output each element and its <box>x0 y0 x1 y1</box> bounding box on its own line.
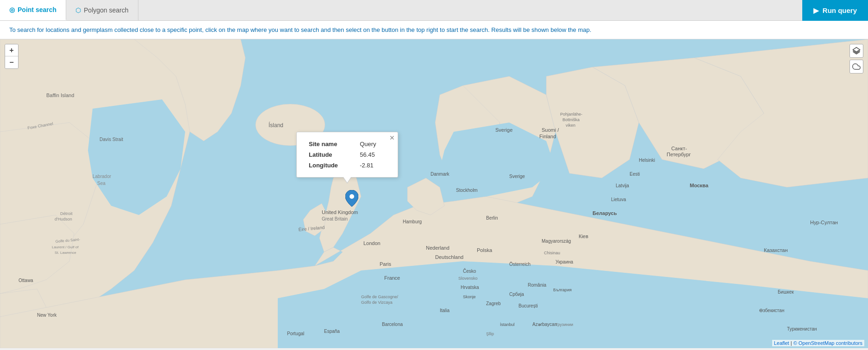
layer-controls <box>849 44 863 74</box>
tab-polygon-search[interactable]: ⬡ Polygon search <box>66 0 138 20</box>
svg-text:Казахстан: Казахстан <box>764 247 788 253</box>
svg-text:Украина: Украина <box>556 259 574 264</box>
info-bar: To search for locations and germplasm co… <box>0 21 868 39</box>
popup-arrow <box>343 177 351 183</box>
popup-longitude-row: Longitude -2.81 <box>305 160 389 171</box>
map-background: Baffin Island Davis Strait Foxe Channel … <box>0 39 868 348</box>
svg-text:Barcelona: Barcelona <box>382 322 403 327</box>
svg-text:New York: New York <box>37 313 57 318</box>
svg-text:Бишкек: Бишкек <box>778 289 794 295</box>
svg-text:Србиja: Србиja <box>509 292 524 297</box>
svg-text:Berlin: Berlin <box>486 215 498 221</box>
svg-text:Laurent / Gulf of: Laurent / Gulf of <box>52 245 79 249</box>
svg-text:España: España <box>324 329 340 334</box>
svg-text:Stockholm: Stockholm <box>456 188 478 193</box>
svg-text:Nederland: Nederland <box>426 245 450 251</box>
svg-text:Туркменистан: Туркменистан <box>787 326 817 332</box>
popup-site-name-row: Site name Query <box>305 139 389 149</box>
svg-text:Labrador: Labrador <box>93 174 112 179</box>
svg-text:Latvija: Latvija <box>616 183 629 188</box>
svg-text:Нур-Султан: Нур-Султан <box>810 220 838 225</box>
run-query-label: Run query <box>823 6 857 14</box>
zoom-in-button[interactable]: + <box>5 44 18 56</box>
osm-link[interactable]: © OpenStreetMap contributors <box>793 340 862 346</box>
popup-latitude-row: Latitude 56.45 <box>305 149 389 160</box>
svg-text:Skonje: Skonje <box>463 295 476 299</box>
svg-text:Кіев: Кіев <box>579 233 588 239</box>
svg-text:Baffin Island: Baffin Island <box>46 92 74 98</box>
attribution: Leaflet | © OpenStreetMap contributors <box>772 340 864 346</box>
svg-text:Great Britain: Great Britain <box>322 216 348 221</box>
svg-text:Chisinau: Chisinau <box>544 251 560 255</box>
svg-text:Polska: Polska <box>477 247 493 253</box>
svg-text:București: București <box>518 303 538 308</box>
tab-polygon-search-label: Polygon search <box>84 6 129 14</box>
svg-text:Portugal: Portugal <box>287 331 304 336</box>
svg-text:İstanbul: İstanbul <box>500 322 515 327</box>
popup-latitude-label: Latitude <box>305 149 356 160</box>
svg-text:Pohjanlähe-: Pohjanlähe- <box>560 112 582 117</box>
popup-site-name-value: Query <box>356 139 389 149</box>
svg-text:Finland: Finland <box>539 134 556 139</box>
svg-text:Suomi /: Suomi / <box>542 127 559 133</box>
svg-text:Sverige: Sverige <box>495 127 512 133</box>
svg-text:Ottawa: Ottawa <box>19 278 33 283</box>
svg-point-90 <box>350 194 354 199</box>
svg-text:Lietuvа: Lietuvа <box>611 197 626 202</box>
svg-text:Deutschland: Deutschland <box>435 254 463 260</box>
svg-text:Danmark: Danmark <box>431 172 450 177</box>
map-container[interactable]: Baffin Island Davis Strait Foxe Channel … <box>0 39 868 348</box>
popup-longitude-value: -2.81 <box>356 160 389 171</box>
svg-text:Azərbaycan: Azərbaycan <box>532 322 557 327</box>
zoom-out-button[interactable]: − <box>5 56 18 68</box>
svg-text:Москва: Москва <box>690 183 709 188</box>
svg-text:Hrvatska: Hrvatska <box>461 285 479 290</box>
layers-button[interactable] <box>849 44 863 58</box>
tab-point-search-label: Point search <box>18 6 56 13</box>
map-popup: ✕ Site name Query Latitude 56.45 Longitu… <box>296 132 398 178</box>
svg-text:viken: viken <box>566 123 575 128</box>
svg-text:България: България <box>553 288 572 292</box>
svg-text:London: London <box>363 240 381 246</box>
svg-text:Şllip: Şllip <box>486 332 494 336</box>
svg-text:Détroit: Détroit <box>60 211 73 216</box>
svg-text:Österreich: Österreich <box>509 262 531 267</box>
map-pin[interactable] <box>345 190 358 209</box>
svg-text:Helsinki: Helsinki <box>639 158 655 163</box>
svg-text:Ísland: Ísland <box>269 122 283 129</box>
svg-text:Беларусь: Беларусь <box>593 210 617 216</box>
svg-text:Bottniška: Bottniška <box>562 117 580 122</box>
svg-text:România: România <box>528 282 546 288</box>
svg-text:Davis Strait: Davis Strait <box>100 137 123 142</box>
popup-longitude-label: Longitude <box>305 160 356 171</box>
polygon-search-icon: ⬡ <box>75 6 81 14</box>
popup-site-name-label: Site name <box>305 139 356 149</box>
svg-text:Hamburg: Hamburg <box>403 219 422 224</box>
cloud-button[interactable] <box>849 60 863 74</box>
svg-text:Eesti: Eesti <box>630 172 640 177</box>
svg-text:France: France <box>384 275 400 281</box>
svg-text:Česko: Česko <box>463 268 476 274</box>
tab-bar: ◎ Point search ⬡ Polygon search ▶ Run qu… <box>0 0 868 21</box>
svg-text:Sverige: Sverige <box>509 174 525 179</box>
svg-text:St. Lawrence: St. Lawrence <box>55 251 76 255</box>
leaflet-link[interactable]: Leaflet <box>774 340 789 346</box>
svg-text:Golfe de Gascogne/: Golfe de Gascogne/ <box>361 295 399 299</box>
run-query-button[interactable]: ▶ Run query <box>802 0 868 21</box>
svg-text:Magyarország: Magyarország <box>542 239 571 244</box>
svg-text:Italia: Italia <box>440 308 450 313</box>
svg-text:Санкт-: Санкт- <box>671 146 687 151</box>
svg-text:d'Hudson: d'Hudson <box>55 217 72 221</box>
svg-text:Өзбекистан: Өзбекистан <box>759 308 784 313</box>
popup-close-button[interactable]: ✕ <box>389 134 395 141</box>
svg-text:Грузинии: Грузинии <box>556 322 573 327</box>
run-query-icon: ▶ <box>813 6 819 15</box>
zoom-controls: + − <box>5 44 19 69</box>
svg-text:United Kingdom: United Kingdom <box>322 209 358 215</box>
info-text: To search for locations and germplasm co… <box>9 26 591 33</box>
svg-text:Paris: Paris <box>380 261 392 267</box>
svg-text:Sea: Sea <box>97 181 106 186</box>
popup-table: Site name Query Latitude 56.45 Longitude… <box>305 139 389 171</box>
tab-point-search[interactable]: ◎ Point search <box>0 0 66 20</box>
svg-text:Zagreb: Zagreb <box>486 301 501 306</box>
